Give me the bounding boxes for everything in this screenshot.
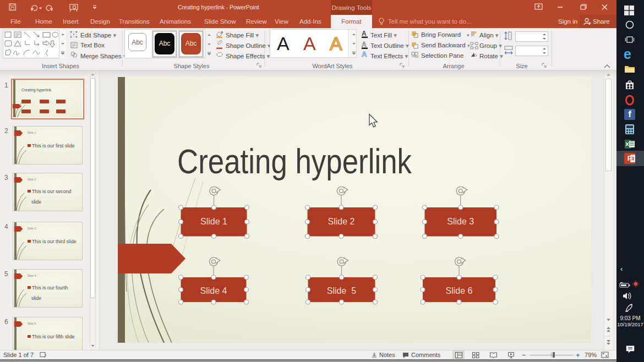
svg-text:Slide 2: Slide 2 [328,217,355,226]
svg-text:A: A [362,41,367,48]
svg-text:Creating hyperlink: Creating hyperlink [177,142,412,180]
svg-text:Slide 5: Slide 5 [327,286,356,295]
svg-text:Slide 1: Slide 1 [200,217,227,226]
svg-text:Slide 4: Slide 4 [200,286,227,295]
svg-text:A: A [362,30,367,37]
svg-text:Slide 3: Slide 3 [447,217,474,226]
svg-text:A: A [362,50,367,58]
svg-text:Slide 6: Slide 6 [446,286,473,295]
